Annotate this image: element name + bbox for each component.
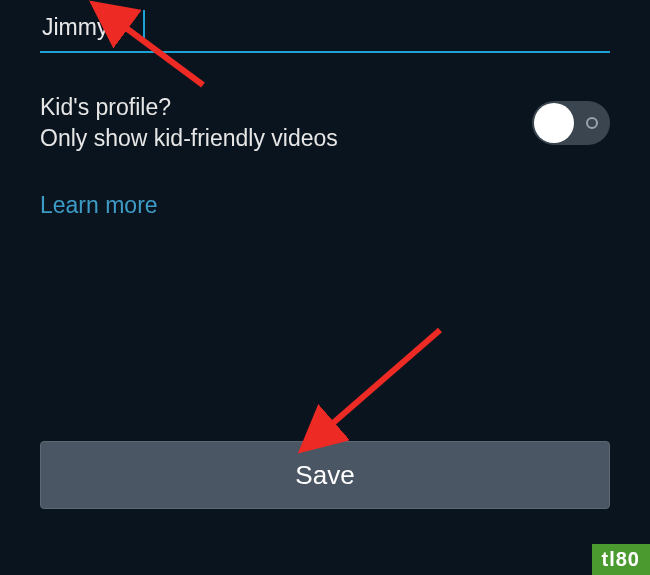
profile-name-input[interactable] (40, 8, 610, 53)
kids-profile-line1: Kid's profile? (40, 92, 338, 123)
kids-profile-label: Kid's profile? Only show kid-friendly vi… (40, 92, 338, 154)
toggle-knob (534, 103, 574, 143)
watermark-badge: tl80 (592, 544, 650, 575)
watermark-text: tl80 (602, 548, 640, 570)
profile-settings-screen: Kid's profile? Only show kid-friendly vi… (0, 0, 650, 575)
toggle-off-indicator-icon (586, 117, 598, 129)
save-button-label: Save (295, 460, 354, 491)
save-button[interactable]: Save (40, 441, 610, 509)
kids-profile-row: Kid's profile? Only show kid-friendly vi… (40, 92, 610, 154)
kids-profile-line2: Only show kid-friendly videos (40, 123, 338, 154)
annotation-arrow-icon (280, 320, 460, 460)
learn-more-link[interactable]: Learn more (40, 192, 158, 219)
text-cursor-indicator (143, 10, 145, 40)
kids-profile-toggle[interactable] (532, 101, 610, 145)
svg-line-3 (325, 330, 440, 430)
name-field-wrapper (40, 8, 610, 53)
